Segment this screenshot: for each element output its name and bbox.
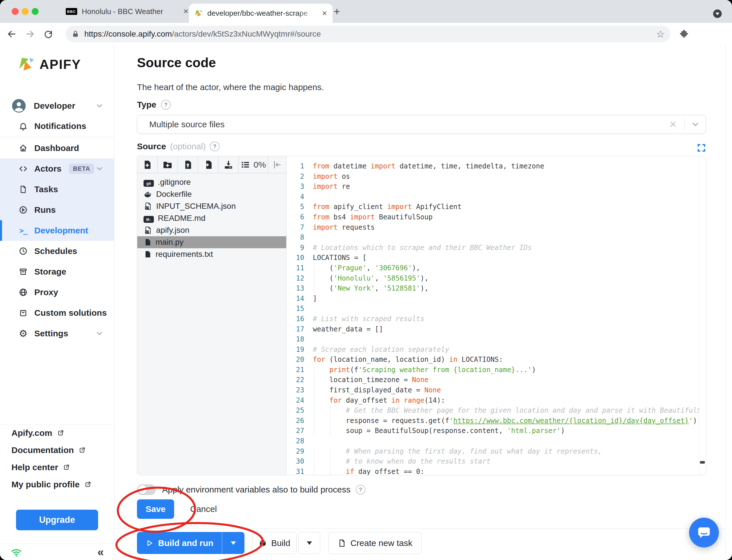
code-line-15 bbox=[313, 304, 699, 314]
browser-window: BBC Honolulu - BBC Weather ✕ developer/b… bbox=[0, 0, 732, 560]
code-line-1: from datetime import datetime, time, tim… bbox=[313, 161, 699, 172]
file-item-main-py[interactable]: main.py bbox=[137, 236, 286, 248]
build-button[interactable]: Build bbox=[252, 532, 297, 554]
json-file-icon: </> bbox=[144, 226, 152, 235]
extensions-puzzle-icon[interactable] bbox=[679, 29, 689, 38]
env-vars-help-icon[interactable]: ? bbox=[356, 485, 366, 495]
file-item-readme-md[interactable]: M↓README.md bbox=[137, 212, 286, 224]
sidebar: APIFY Developer NotificationsDashboardAc… bbox=[0, 45, 114, 560]
chevron-down-icon bbox=[95, 102, 104, 110]
build-and-run-dropdown[interactable] bbox=[222, 532, 245, 554]
code-line-19: # Scrape each location separately bbox=[313, 345, 699, 355]
file-item--gitignore[interactable]: git.gitignore bbox=[137, 176, 286, 188]
build-and-run-button[interactable]: Build and run bbox=[137, 532, 222, 554]
code-line-4 bbox=[313, 192, 699, 202]
file-item-input-schema-json[interactable]: </>INPUT_SCHEMA.json bbox=[137, 200, 286, 212]
apify-favicon bbox=[194, 9, 203, 18]
code-icon bbox=[18, 164, 28, 174]
env-vars-toggle[interactable] bbox=[137, 484, 156, 495]
sidebar-item-development[interactable]: >_Development bbox=[0, 220, 114, 241]
import-file-button[interactable] bbox=[198, 156, 219, 173]
file-item-requirements-txt[interactable]: requirements.txt bbox=[137, 248, 286, 260]
minimize-window-button[interactable] bbox=[22, 8, 29, 15]
git-file-icon: git bbox=[144, 178, 154, 187]
create-task-label: Create new task bbox=[350, 538, 412, 548]
pyfile-file-icon bbox=[144, 238, 152, 246]
sidebar-item-label: Actors bbox=[34, 164, 62, 174]
file-tree-panel: 0% git.gitignoreDockerfile</>INPUT_SCHEM… bbox=[137, 156, 287, 475]
new-folder-button[interactable] bbox=[158, 156, 178, 173]
code-line-29: # When parsing the first day, find out w… bbox=[313, 446, 699, 457]
source-help-icon[interactable]: ? bbox=[210, 142, 220, 151]
tab-title: developer/bbc-weather-scrape bbox=[207, 9, 317, 18]
code-line-14: ] bbox=[313, 294, 699, 304]
sidebar-item-label: Development bbox=[34, 226, 88, 235]
sidebar-link-help-center[interactable]: Help center bbox=[0, 459, 114, 476]
close-window-button[interactable] bbox=[12, 8, 19, 15]
beta-badge: BETA bbox=[69, 164, 94, 174]
divider bbox=[0, 137, 114, 137]
account-switcher[interactable]: Developer bbox=[0, 96, 114, 116]
new-file-button[interactable] bbox=[137, 156, 158, 173]
sidebar-item-tasks[interactable]: Tasks bbox=[0, 179, 114, 200]
zoom-window-button[interactable] bbox=[32, 8, 39, 15]
sidebar-item-proxy[interactable]: Proxy bbox=[0, 282, 114, 303]
build-dropdown[interactable] bbox=[298, 532, 320, 554]
sidebar-item-label: Runs bbox=[34, 205, 56, 215]
new-tab-button[interactable]: + bbox=[332, 6, 342, 17]
sidebar-item-notifications[interactable]: Notifications bbox=[0, 116, 114, 136]
type-help-icon[interactable]: ? bbox=[161, 100, 171, 110]
code-line-26: response = requests.get(f'https://www.bb… bbox=[313, 416, 699, 426]
bookmark-star-icon[interactable]: ☆ bbox=[656, 28, 665, 40]
forward-icon[interactable] bbox=[25, 29, 35, 39]
sidebar-link-documentation[interactable]: Documentation bbox=[0, 442, 114, 459]
fullscreen-editor-icon[interactable] bbox=[697, 143, 706, 152]
page-scrollbar[interactable] bbox=[725, 45, 732, 560]
file-icon bbox=[18, 184, 28, 194]
clear-select-icon[interactable]: ✕ bbox=[669, 119, 677, 130]
task-file-icon bbox=[338, 539, 346, 547]
sidebar-item-dashboard[interactable]: Dashboard bbox=[0, 138, 114, 158]
external-link-icon bbox=[78, 446, 86, 454]
file-item-dockerfile[interactable]: Dockerfile bbox=[137, 188, 286, 200]
sidebar-item-schedules[interactable]: Schedules bbox=[0, 241, 114, 261]
sidebar-item-settings[interactable]: ⚙Settings bbox=[0, 323, 114, 344]
browser-toolbar: https://console.apify.com/actors/dev/k5t… bbox=[0, 23, 732, 45]
tab-search-button[interactable] bbox=[713, 9, 722, 18]
create-new-task-button[interactable]: Create new task bbox=[328, 532, 422, 554]
upload-file-button[interactable] bbox=[178, 156, 198, 173]
close-tab-icon[interactable]: ✕ bbox=[183, 7, 189, 15]
apify-logo[interactable]: APIFY bbox=[0, 45, 114, 73]
tab-bbc-weather[interactable]: BBC Honolulu - BBC Weather ✕ bbox=[63, 0, 192, 23]
usage-list-icon bbox=[241, 160, 250, 170]
editor-scrollbar[interactable] bbox=[699, 156, 706, 475]
chat-launcher-button[interactable] bbox=[689, 518, 719, 547]
select-chevron-icon[interactable] bbox=[691, 120, 700, 129]
lock-icon bbox=[71, 30, 80, 38]
code-line-9: # Locations which to scrape and their BB… bbox=[313, 243, 699, 253]
sidebar-link-apify-com[interactable]: Apify.com bbox=[0, 424, 114, 442]
tab-apify-console[interactable]: developer/bbc-weather-scrape ✕ bbox=[189, 4, 333, 23]
code-editor[interactable]: 1234567891011121314151617181920212223242… bbox=[287, 156, 706, 475]
upgrade-button[interactable]: Upgrade bbox=[16, 510, 98, 530]
back-icon[interactable] bbox=[7, 29, 17, 39]
cancel-button[interactable]: Cancel bbox=[190, 499, 217, 519]
scrollbar-thumb[interactable] bbox=[700, 461, 705, 464]
reload-icon[interactable] bbox=[43, 29, 53, 39]
sidebar-item-actors[interactable]: ActorsBETA bbox=[0, 158, 114, 179]
close-tab-icon[interactable]: ✕ bbox=[322, 9, 328, 17]
download-button[interactable] bbox=[219, 156, 239, 173]
collapse-sidebar-icon[interactable]: « bbox=[98, 546, 104, 559]
collapse-file-panel-icon[interactable] bbox=[268, 156, 286, 173]
save-button[interactable]: Save bbox=[137, 499, 174, 519]
sidebar-item-runs[interactable]: Runs bbox=[0, 200, 114, 220]
sidebar-item-custom-solutions[interactable]: Custom solutions bbox=[0, 303, 114, 323]
connection-status-icon bbox=[10, 546, 22, 558]
sidebar-item-storage[interactable]: Storage bbox=[0, 261, 114, 282]
sidebar-link-public-profile[interactable]: My public profile bbox=[0, 476, 114, 493]
code-line-13: ('New York', '5128581'), bbox=[313, 283, 699, 294]
url-bar[interactable]: https://console.apify.com/actors/dev/k5t… bbox=[66, 26, 670, 42]
source-type-select[interactable]: Multiple source files ✕ bbox=[137, 115, 706, 134]
file-item-apify-json[interactable]: </>apify.json bbox=[137, 224, 286, 236]
terminal-icon: >_ bbox=[18, 226, 28, 235]
